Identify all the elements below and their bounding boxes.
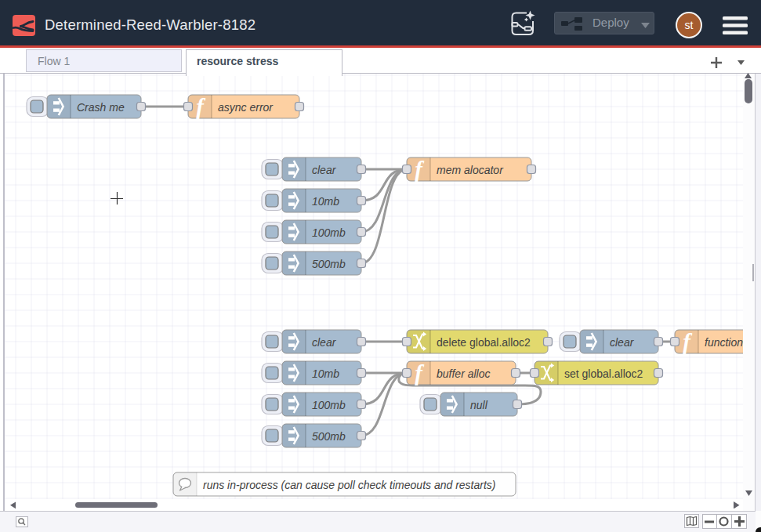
svg-text:500mb: 500mb [312,430,346,443]
svg-text:async error: async error [218,101,274,114]
svg-text:clear: clear [312,164,337,176]
svg-text:10mb: 10mb [312,195,339,208]
svg-text:mem alocator: mem alocator [437,164,504,176]
svg-text:100mb: 100mb [312,399,346,411]
svg-text:null: null [470,399,488,411]
svg-text:clear: clear [610,336,635,349]
svg-text:10mb: 10mb [312,367,339,380]
svg-text:clear: clear [312,336,337,349]
svg-text:set global.alloc2: set global.alloc2 [564,367,643,380]
svg-text:Crash me: Crash me [77,101,125,114]
svg-text:runs in-process (can cause pol: runs in-process (can cause poll check ti… [203,479,496,491]
svg-text:buffer alloc: buffer alloc [437,367,490,380]
svg-text:100mb: 100mb [312,226,346,239]
svg-text:delete global.alloc2: delete global.alloc2 [437,336,531,349]
svg-text:500mb: 500mb [312,258,346,270]
svg-text:function: function [705,336,743,349]
